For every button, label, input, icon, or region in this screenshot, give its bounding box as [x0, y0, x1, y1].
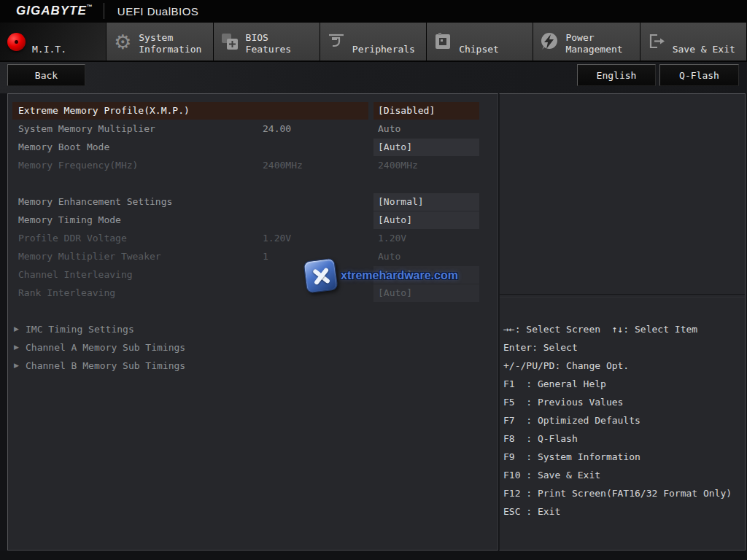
tab-power-management[interactable]: Power Management	[533, 23, 639, 61]
bottom-strip	[0, 551, 747, 560]
help-line: F12 : Print Screen(FAT16/32 Format Only)	[503, 488, 744, 506]
help-panel: →←: Select Screen ↑↓: Select ItemEnter: …	[499, 93, 746, 551]
tab-system-information[interactable]: ⚙ System Information	[107, 23, 212, 61]
settings-row[interactable]: Memory Enhancement Settings[Normal]	[8, 193, 498, 211]
help-line: F7 : Optimized Defaults	[503, 415, 744, 433]
setting-label: Memory Frequency(MHz)	[18, 160, 138, 171]
bios-chip-icon	[214, 23, 246, 61]
submenu-arrow-icon: ▶	[14, 362, 19, 369]
help-line: ESC : Exit	[503, 506, 744, 524]
help-line: F9 : System Information	[503, 451, 744, 470]
help-line: F5 : Previous Values	[503, 397, 744, 415]
setting-label: Memory Enhancement Settings	[18, 196, 172, 207]
help-line: F1 : General Help	[503, 378, 744, 397]
setting-label: IMC Timing Settings	[26, 324, 134, 335]
settings-row[interactable]: Memory Frequency(MHz)2400MHz2400MHz	[8, 157, 498, 175]
setting-label: Channel Interleaving	[18, 269, 133, 280]
setting-label: Channel A Memory Sub Timings	[26, 342, 185, 353]
settings-row[interactable]: ▶Channel B Memory Sub Timings	[8, 357, 498, 376]
peripherals-icon	[320, 23, 352, 61]
setting-label: Rank Interleaving	[18, 287, 115, 298]
red-dot-icon	[0, 23, 32, 61]
setting-label: Channel B Memory Sub Timings	[26, 360, 185, 371]
setting-label: Memory Multiplier Tweaker	[18, 251, 161, 262]
help-panel-divider	[500, 297, 745, 298]
watermark-text: xtremehardware.com	[341, 269, 458, 282]
title-bar: GIGABYTE™ UEFI DualBIOS	[0, 0, 747, 22]
gear-icon: ⚙	[107, 23, 139, 61]
setting-value[interactable]: [Auto]	[374, 139, 479, 156]
language-button[interactable]: English	[577, 64, 656, 86]
setting-value: Auto	[378, 123, 400, 134]
setting-value: 2400MHz	[378, 160, 418, 171]
trademark: ™	[87, 4, 93, 10]
tab-label: Chipset	[459, 23, 533, 61]
settings-row[interactable]: Memory Timing Mode[Auto]	[8, 211, 498, 230]
tab-label: Save & Exit	[673, 23, 746, 61]
exit-door-icon	[640, 23, 673, 61]
setting-value[interactable]: [Auto]	[374, 211, 479, 229]
tab-save-exit[interactable]: Save & Exit	[640, 23, 746, 61]
watermark: xtremehardware.com	[305, 260, 458, 292]
power-bolt-icon	[533, 23, 565, 61]
settings-panel: Extreme Memory Profile(X.M.P.)[Disabled]…	[7, 93, 498, 551]
settings-row[interactable]: Extreme Memory Profile(X.M.P.)[Disabled]	[8, 102, 498, 120]
tab-peripherals[interactable]: Peripherals	[320, 23, 426, 61]
row-spacer	[8, 303, 498, 321]
help-line: F10 : Save & Exit	[503, 470, 744, 488]
setting-value[interactable]: [Normal]	[374, 193, 479, 211]
chipset-icon	[427, 23, 459, 61]
setting-current-value: 2400MHz	[263, 160, 303, 171]
tab-bar: M.I.T. ⚙ System Information BIOS Feature…	[0, 22, 747, 62]
tab-label: M.I.T.	[32, 23, 106, 61]
titlebar-divider	[104, 3, 104, 19]
setting-current-value: 1	[263, 251, 268, 262]
tab-label: Peripherals	[352, 23, 426, 61]
tab-label: Power Management	[565, 23, 639, 61]
watermark-x-icon	[303, 258, 338, 294]
setting-label: Profile DDR Voltage	[18, 233, 127, 244]
submenu-arrow-icon: ▶	[14, 325, 19, 332]
gigabyte-logo: GIGABYTE™	[16, 4, 93, 18]
help-line: F8 : Q-Flash	[503, 433, 744, 451]
tab-label: System Information	[139, 23, 212, 61]
tab-chipset[interactable]: Chipset	[427, 23, 533, 61]
settings-row[interactable]: ▶Channel A Memory Sub Timings	[8, 339, 498, 357]
setting-value: 1.20V	[378, 233, 406, 244]
key-legend: →←: Select Screen ↑↓: Select ItemEnter: …	[503, 324, 744, 524]
setting-label: Memory Timing Mode	[18, 214, 121, 225]
setting-current-value: 24.00	[263, 123, 291, 134]
tab-mit[interactable]: M.I.T.	[0, 23, 106, 61]
setting-value[interactable]: [Disabled]	[374, 102, 479, 120]
bios-screen: GIGABYTE™ UEFI DualBIOS M.I.T. ⚙ System …	[0, 0, 747, 560]
firmware-title: UEFI DualBIOS	[117, 5, 199, 18]
setting-label: System Memory Multiplier	[18, 123, 155, 134]
settings-row[interactable]: System Memory Multiplier24.00Auto	[8, 120, 498, 139]
settings-row[interactable]: Memory Boot Mode[Auto]	[8, 139, 498, 157]
toolbar-band: Back English Q-Flash	[0, 62, 747, 93]
setting-label: Extreme Memory Profile(X.M.P.)	[18, 105, 190, 116]
settings-rows: Extreme Memory Profile(X.M.P.)[Disabled]…	[8, 102, 498, 376]
help-panel-divider	[500, 294, 745, 295]
back-button[interactable]: Back	[7, 64, 85, 86]
submenu-arrow-icon: ▶	[14, 343, 19, 351]
setting-label: Memory Boot Mode	[18, 141, 109, 152]
tab-label: BIOS Features	[246, 23, 320, 61]
settings-row[interactable]: ▶IMC Timing Settings	[8, 321, 498, 339]
row-spacer	[8, 175, 498, 193]
help-line: Enter: Select	[503, 342, 744, 360]
setting-current-value: 1.20V	[263, 233, 291, 244]
settings-row[interactable]: Profile DDR Voltage1.20V1.20V	[8, 230, 498, 248]
tab-bios-features[interactable]: BIOS Features	[214, 23, 320, 61]
qflash-button[interactable]: Q-Flash	[659, 64, 739, 86]
help-line: →←: Select Screen ↑↓: Select Item	[503, 324, 744, 342]
help-line: +/-/PU/PD: Change Opt.	[503, 360, 744, 378]
